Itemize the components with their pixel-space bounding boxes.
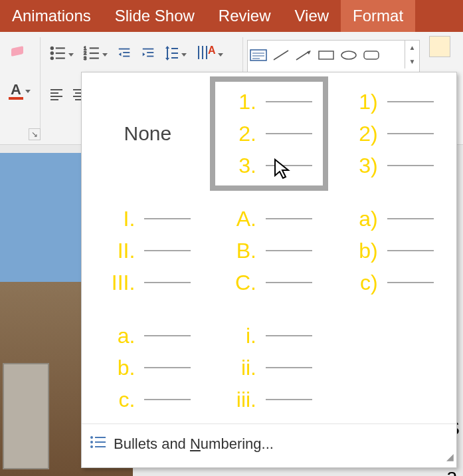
chevron-down-icon (25, 90, 31, 93)
shapes-gallery[interactable]: ▲ ▼ (247, 40, 420, 73)
svg-rect-42 (250, 50, 266, 60)
numbering-option-none[interactable]: None (88, 76, 207, 191)
align-left-button[interactable] (46, 84, 67, 108)
text-direction-button[interactable]: A (193, 40, 227, 69)
numbering-option-lower-alpha-period[interactable]: a. b. c. (88, 310, 207, 425)
eraser-icon (10, 45, 25, 62)
numbering-option-empty (331, 310, 450, 425)
shapes-gallery-scroll[interactable]: ▲ ▼ (405, 41, 419, 68)
tab-view[interactable]: View (283, 0, 341, 32)
list-icon (90, 435, 107, 453)
bullets-icon (49, 45, 66, 64)
line-shape-icon[interactable] (272, 49, 290, 64)
rounded-rectangle-shape-icon[interactable] (362, 49, 381, 64)
dialog-launcher-button[interactable]: ↘ (29, 128, 41, 140)
tab-review[interactable]: Review (207, 0, 283, 32)
text-box-shape-icon[interactable] (249, 49, 268, 64)
increase-indent-button[interactable] (138, 40, 159, 69)
resize-grip-icon[interactable]: ◢ (446, 451, 454, 462)
increase-indent-icon (141, 46, 155, 63)
chevron-down-icon (68, 53, 74, 57)
arrow-shape-icon[interactable] (294, 49, 313, 64)
align-left-icon (49, 87, 64, 104)
bullets-button[interactable] (46, 40, 77, 69)
numbering-none-label: None (124, 122, 171, 145)
numbering-option-upper-roman[interactable]: I. II. III. (88, 193, 207, 308)
svg-point-52 (91, 437, 92, 438)
chevron-up-icon: ▲ (409, 44, 416, 51)
decrease-indent-button[interactable] (114, 40, 135, 69)
svg-point-56 (91, 446, 92, 447)
svg-line-46 (274, 51, 288, 60)
svg-text:A: A (208, 45, 216, 56)
rectangle-shape-icon[interactable] (317, 49, 335, 64)
numbering-gallery-popup: None 1. 2. 3. 1) 2) 3) I. II. III. (81, 72, 457, 468)
numbering-option-arabic-paren[interactable]: 1) 2) 3) (331, 76, 450, 191)
chevron-down-icon: ▼ (409, 58, 416, 65)
numbering-option-arabic-period[interactable]: 1. 2. 3. (210, 76, 329, 191)
line-spacing-button[interactable] (161, 40, 190, 69)
bullets-and-numbering-label: Bullets and Numbering... (114, 435, 274, 453)
svg-point-50 (341, 51, 356, 59)
numbering-option-lower-alpha-paren[interactable]: a) b) c) (331, 193, 450, 308)
font-color-button[interactable]: A (5, 80, 34, 103)
svg-point-2 (51, 52, 53, 54)
menu-tabs: Animations Slide Show Review View Format (0, 0, 463, 32)
chevron-down-icon (218, 53, 223, 57)
numbering-button[interactable]: 123 (80, 40, 111, 69)
dialog-launcher-icon: ↘ (31, 130, 38, 139)
chevron-down-icon (102, 53, 108, 57)
numbering-option-lower-roman[interactable]: i. ii. iii. (210, 310, 329, 425)
oval-shape-icon[interactable] (339, 49, 358, 64)
tab-slide-show[interactable]: Slide Show (103, 0, 207, 32)
shape-style-preview[interactable] (429, 36, 450, 57)
svg-marker-15 (119, 53, 122, 57)
numbering-option-upper-alpha[interactable]: A. B. C. (210, 193, 329, 308)
text-direction-icon: A (196, 43, 216, 66)
svg-point-0 (51, 47, 53, 49)
numbering-icon: 123 (83, 45, 100, 64)
svg-rect-51 (364, 51, 379, 59)
chevron-down-icon (181, 53, 187, 57)
tab-format[interactable]: Format (341, 0, 415, 32)
tab-animations[interactable]: Animations (0, 0, 103, 32)
font-color-icon: A (9, 83, 23, 100)
line-spacing-icon (165, 45, 179, 64)
decrease-indent-icon (117, 46, 132, 63)
svg-point-54 (91, 441, 92, 443)
svg-rect-49 (319, 51, 333, 59)
bullets-and-numbering-command[interactable]: Bullets and Numbering... ◢ (82, 423, 456, 463)
svg-text:3: 3 (84, 55, 86, 61)
svg-marker-22 (165, 58, 169, 60)
svg-marker-19 (143, 53, 145, 57)
clear-formatting-button[interactable] (7, 41, 28, 65)
svg-point-4 (51, 57, 53, 59)
